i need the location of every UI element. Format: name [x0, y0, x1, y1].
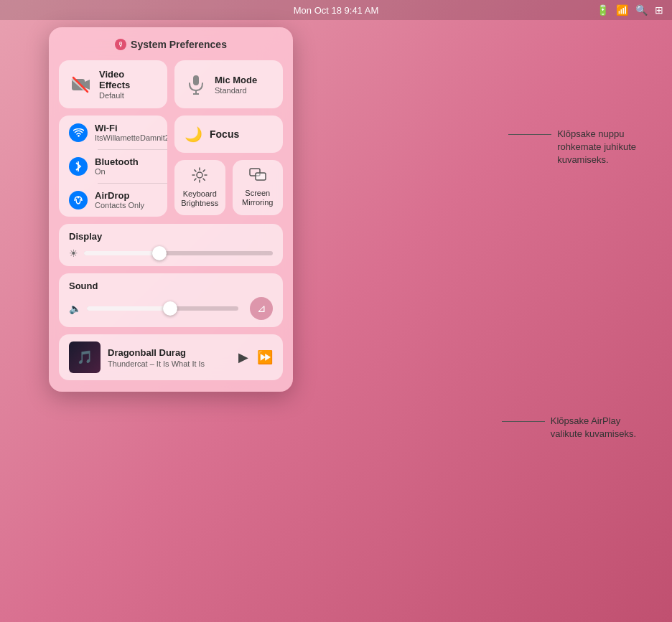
mic-mode-icon: [185, 73, 207, 96]
svg-line-15: [195, 170, 196, 171]
callout-top-text: Klõpsake nuppurohkemate juhikutekuvamise…: [557, 128, 636, 167]
display-brightness-slider[interactable]: [84, 251, 273, 255]
airdrop-icon-circle: [69, 191, 88, 209]
wifi-sublabel: ItsWillametteDamnit2: [95, 133, 167, 142]
svg-point-9: [78, 196, 80, 198]
callout-bottom-text: Klõpsake AirPlayvalikute kuvamiseks.: [551, 415, 636, 440]
right-column: 🌙 Focus: [174, 116, 283, 217]
bluetooth-sublabel: On: [95, 167, 139, 176]
svg-marker-2: [85, 80, 90, 90]
bluetooth-icon-circle: [69, 157, 88, 176]
now-playing-section: 🎵 Dragonball Durag Thundercat – It Is Wh…: [59, 334, 283, 380]
mic-mode-tile[interactable]: Mic Mode Standard: [174, 60, 283, 108]
callout-bottom: Klõpsake AirPlayvalikute kuvamiseks.: [502, 415, 636, 440]
menubar-time: Mon Oct 18 9:41 AM: [294, 5, 379, 16]
volume-slider[interactable]: [87, 306, 238, 311]
svg-line-17: [203, 170, 205, 171]
video-effects-text: Video Effects Default: [99, 69, 157, 100]
sound-section-title: Sound: [69, 281, 273, 291]
video-effects-tile[interactable]: Video Effects Default: [59, 60, 167, 108]
mic-mode-sublabel: Standard: [215, 86, 257, 95]
svg-rect-20: [256, 173, 266, 180]
volume-icon: 🔈: [69, 303, 81, 314]
brightness-low-icon: ☀: [69, 248, 78, 259]
bluetooth-item[interactable]: Bluetooth On: [59, 149, 167, 183]
video-effects-label: Video Effects: [99, 69, 157, 90]
wifi-label: Wi-Fi: [95, 123, 167, 133]
small-tiles-row: KeyboardBrightness ScreenMirroring: [174, 160, 283, 215]
display-brightness-fill: [84, 251, 159, 255]
focus-label: Focus: [210, 128, 239, 140]
screen-mirroring-tile[interactable]: ScreenMirroring: [233, 160, 284, 215]
screen-mirroring-icon: [249, 168, 266, 186]
track-name: Dragonball Durag: [108, 347, 231, 358]
focus-tile[interactable]: 🌙 Focus: [174, 116, 283, 153]
airdrop-text: AirDrop Contacts Only: [95, 190, 144, 209]
panel-title: System Preferences: [131, 39, 227, 50]
sound-slider-row: 🔈 ⊿: [69, 297, 273, 320]
keyboard-brightness-label: KeyboardBrightness: [181, 189, 218, 208]
wifi-item[interactable]: Wi-Fi ItsWillametteDamnit2: [59, 116, 167, 149]
airdrop-item[interactable]: AirDrop Contacts Only: [59, 183, 167, 217]
airdrop-sublabel: Contacts Only: [95, 201, 144, 209]
video-effects-icon: [69, 73, 92, 96]
screen-mirroring-label: ScreenMirroring: [242, 189, 273, 207]
control-center-panel: 🎙 System Preferences Video Effects Defau…: [49, 27, 293, 392]
menubar-status-icons: 🔋 📶 🔍 ⊞: [597, 4, 663, 16]
callout-top-line: [508, 134, 551, 135]
wifi-icon: 📶: [616, 4, 628, 16]
mic-mode-text: Mic Mode Standard: [215, 75, 257, 95]
top-tiles-row: Video Effects Default Mic Mode Standard: [59, 60, 283, 108]
wifi-text: Wi-Fi ItsWillametteDamnit2: [95, 123, 167, 142]
track-info: Dragonball Durag Thundercat – It Is What…: [108, 347, 231, 368]
video-effects-sublabel: Default: [99, 91, 157, 100]
callout-top: Klõpsake nuppurohkemate juhikutekuvamise…: [508, 128, 636, 167]
airplay-button[interactable]: ⊿: [250, 297, 273, 320]
svg-line-16: [203, 179, 205, 180]
keyboard-brightness-tile[interactable]: KeyboardBrightness: [174, 160, 225, 215]
network-tile: Wi-Fi ItsWillametteDamnit2 Bluetooth On: [59, 116, 167, 217]
svg-point-10: [197, 172, 202, 178]
display-slider-row: ☀: [69, 248, 273, 259]
display-section-title: Display: [69, 231, 273, 242]
display-section: Display ☀: [59, 224, 283, 266]
wifi-icon-circle: [69, 123, 88, 142]
track-artist: Thundercat – It Is What It Is: [108, 359, 231, 368]
callout-bottom-line: [502, 421, 545, 422]
control-center-icon[interactable]: ⊞: [655, 4, 663, 16]
svg-point-7: [78, 135, 79, 136]
play-button[interactable]: ▶: [238, 349, 248, 365]
display-brightness-thumb[interactable]: [152, 246, 167, 260]
focus-icon: 🌙: [185, 126, 202, 143]
keyboard-brightness-icon: [192, 167, 207, 187]
search-icon[interactable]: 🔍: [635, 4, 648, 16]
battery-icon: 🔋: [597, 4, 609, 16]
album-art: 🎵: [69, 341, 101, 373]
playback-controls: ▶ ⏩: [238, 349, 273, 365]
svg-line-18: [195, 179, 196, 180]
fast-forward-button[interactable]: ⏩: [257, 349, 273, 365]
menubar: Mon Oct 18 9:41 AM 🔋 📶 🔍 ⊞: [0, 0, 672, 20]
mic-mode-label: Mic Mode: [215, 75, 257, 85]
svg-rect-4: [193, 75, 199, 85]
system-prefs-icon: 🎙: [115, 39, 126, 50]
volume-fill: [87, 306, 170, 311]
panel-title-row: 🎙 System Preferences: [59, 39, 283, 50]
bluetooth-text: Bluetooth On: [95, 156, 139, 176]
airplay-icon: ⊿: [257, 302, 266, 315]
volume-thumb[interactable]: [163, 301, 177, 316]
middle-row: Wi-Fi ItsWillametteDamnit2 Bluetooth On: [59, 116, 283, 217]
airdrop-label: AirDrop: [95, 190, 144, 201]
sound-section: Sound 🔈 ⊿: [59, 273, 283, 327]
bluetooth-label: Bluetooth: [95, 156, 139, 167]
